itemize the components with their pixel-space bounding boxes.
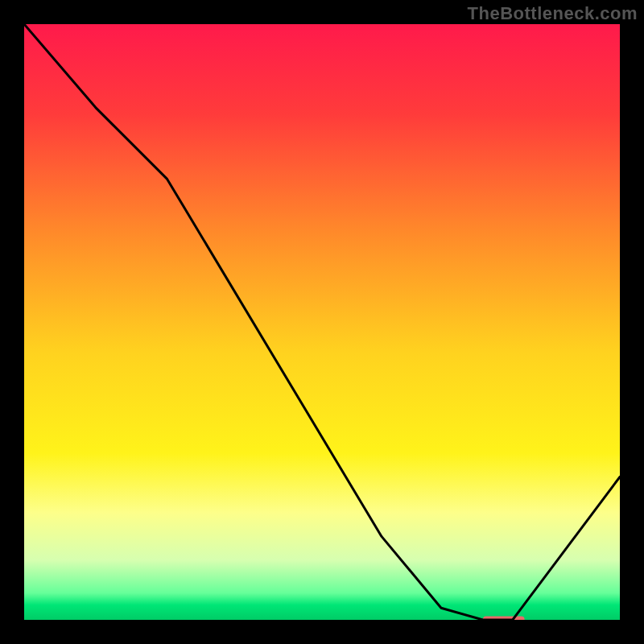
gradient-background [24,24,620,620]
watermark-label: TheBottleneck.com [468,3,638,24]
gradient-line-chart [24,24,620,620]
chart-canvas: TheBottleneck.com [0,0,644,644]
plot-area [24,24,620,620]
